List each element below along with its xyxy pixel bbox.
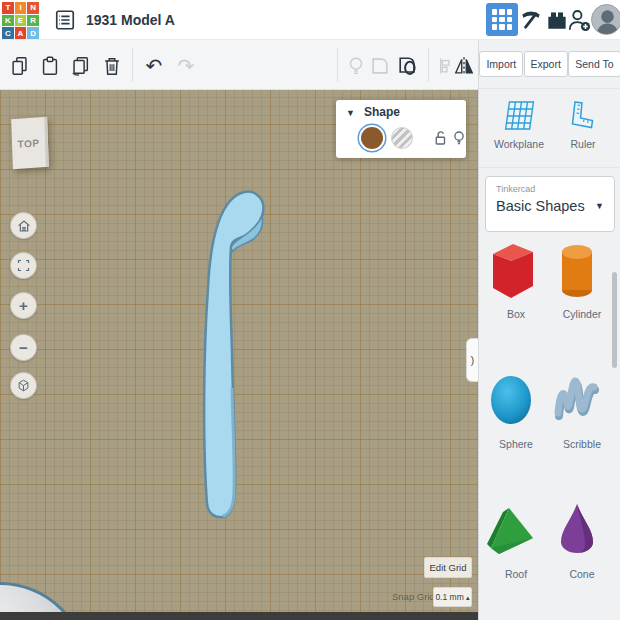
tinkercad-logo[interactable]: TINKERCAD — [2, 2, 39, 39]
logo-cell: C — [2, 27, 14, 39]
visibility-bulb-icon[interactable] — [450, 129, 468, 147]
inspector-title: Shape — [364, 105, 400, 119]
shape-label: Sphere — [483, 438, 549, 450]
group-icon[interactable] — [368, 54, 392, 78]
workplane-icon — [501, 98, 537, 134]
workplane-tool[interactable]: Workplane — [487, 98, 551, 150]
toolbar-separator — [132, 48, 133, 82]
shape-label: Box — [483, 308, 549, 320]
perspective-toggle-button[interactable] — [10, 372, 37, 399]
redo-icon[interactable]: ↷ — [174, 54, 198, 78]
shape-label: Cylinder — [549, 308, 615, 320]
collapse-inspector-icon[interactable]: ▼ — [346, 108, 355, 118]
collection-source-label: Tinkercad — [496, 184, 604, 194]
mirror-icon[interactable] — [452, 54, 476, 78]
helper-tools-row: Workplane Ruler — [479, 90, 620, 168]
shape-label: Cone — [549, 568, 615, 580]
paste-icon[interactable] — [38, 54, 62, 78]
panel-scrollbar[interactable] — [612, 272, 617, 368]
logo-cell: I — [15, 2, 27, 14]
shapes-panel: Import Export Send To Workplane — [478, 40, 620, 620]
shape-label: Roof — [483, 568, 549, 580]
sphere-thumbnail-icon — [483, 370, 539, 432]
user-avatar[interactable] — [591, 4, 620, 35]
caret-up-icon: ▴ — [466, 594, 470, 601]
logo-cell: K — [2, 15, 14, 27]
shape-item-roof[interactable]: Roof — [483, 500, 549, 596]
logo-cell: D — [27, 27, 39, 39]
workplane-label: Workplane — [487, 138, 551, 150]
zoom-in-button[interactable]: + — [10, 292, 37, 319]
shape-item-cone[interactable]: Cone — [549, 500, 615, 596]
undo-icon[interactable]: ↶ — [142, 54, 166, 78]
delete-icon[interactable] — [100, 54, 124, 78]
home-view-button[interactable] — [10, 212, 37, 239]
selected-shape-model[interactable] — [190, 188, 282, 528]
export-button[interactable]: Export — [524, 51, 568, 77]
file-actions-row: Import Export Send To — [479, 40, 620, 89]
collapse-panel-tab[interactable]: ) — [466, 338, 478, 382]
logo-cell: E — [15, 15, 27, 27]
send-to-button[interactable]: Send To — [568, 51, 620, 77]
lock-icon[interactable] — [431, 129, 449, 147]
import-button[interactable]: Import — [479, 51, 523, 77]
shape-item-sphere[interactable]: Sphere — [483, 370, 549, 466]
shape-item-cylinder[interactable]: Cylinder — [549, 240, 615, 336]
minecraft-pickaxe-icon[interactable] — [518, 7, 544, 33]
shape-label: Scribble — [549, 438, 615, 450]
shape-item-scribble[interactable]: Scribble — [549, 370, 615, 466]
duplicate-icon[interactable] — [68, 54, 92, 78]
roof-thumbnail-icon — [483, 500, 539, 562]
show-all-icon[interactable] — [344, 54, 368, 78]
snap-grid-value: 0.1 mm — [435, 592, 463, 602]
design-menu-icon[interactable] — [54, 9, 76, 31]
zoom-out-button[interactable]: − — [10, 334, 37, 361]
snap-grid-label: Snap Grid — [392, 591, 435, 602]
invite-collaborator-icon[interactable] — [566, 7, 592, 33]
logo-cell: T — [2, 2, 14, 14]
ruler-icon — [565, 98, 601, 134]
tinkercad-app: TINKERCAD 1931 Model A — [0, 0, 620, 620]
box-thumbnail-icon — [483, 240, 539, 302]
fit-view-button[interactable] — [10, 252, 37, 279]
ungroup-icon[interactable] — [396, 54, 420, 78]
cone-thumbnail-icon — [549, 500, 605, 562]
toolbar-separator — [428, 48, 429, 82]
cylinder-thumbnail-icon — [549, 240, 605, 302]
ruler-label: Ruler — [551, 138, 615, 150]
hole-swatch[interactable] — [391, 127, 413, 149]
document-title[interactable]: 1931 Model A — [86, 0, 175, 40]
scribble-thumbnail-icon — [549, 370, 605, 432]
chevron-down-icon: ▼ — [595, 201, 604, 211]
solid-color-swatch[interactable] — [361, 127, 383, 149]
shape-inspector: ▼ Shape — [336, 100, 466, 158]
edit-grid-button[interactable]: Edit Grid — [424, 557, 472, 578]
view-cube[interactable]: TOP — [11, 117, 49, 169]
logo-cell: R — [27, 15, 39, 27]
plus-icon: + — [19, 298, 28, 313]
viewport-canvas[interactable]: TOP + − — [0, 90, 478, 620]
collection-selected-value: Basic Shapes — [496, 198, 604, 214]
toolbar-separator — [337, 48, 338, 82]
copy-icon[interactable] — [8, 54, 32, 78]
snap-grid-dropdown[interactable]: 0.1 mm ▴ — [433, 587, 472, 607]
workplane-edge — [0, 612, 478, 620]
ruler-tool[interactable]: Ruler — [551, 98, 615, 150]
edit-toolbar: ↶ ↷ — [0, 40, 478, 90]
header: TINKERCAD 1931 Model A — [0, 0, 620, 40]
logo-cell: A — [15, 27, 27, 39]
shape-item-box[interactable]: Box — [483, 240, 549, 336]
shape-collection-dropdown[interactable]: Tinkercad Basic Shapes ▼ — [485, 176, 615, 232]
logo-cell: N — [27, 2, 39, 14]
minus-icon: − — [19, 340, 28, 355]
tinkercad-apps-tile-button[interactable] — [486, 3, 518, 36]
